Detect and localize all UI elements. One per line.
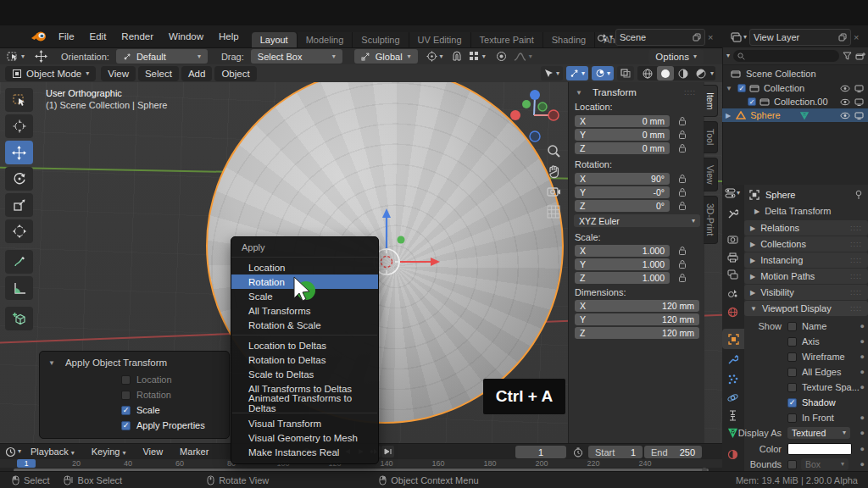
tool-scale[interactable]: [5, 193, 33, 217]
checkbox-show-wireframe[interactable]: [787, 352, 797, 362]
rotation-mode-dropdown[interactable]: XYZ Euler▾: [574, 214, 700, 227]
rotation-z-field[interactable]: Z0°: [575, 200, 670, 212]
view-layer-field[interactable]: View Layer: [749, 29, 851, 46]
checkbox-location[interactable]: [121, 375, 131, 385]
tool-annotate[interactable]: [5, 250, 33, 274]
scene-name-field[interactable]: Scene: [615, 29, 705, 46]
expand-icon[interactable]: ▶: [726, 112, 731, 119]
lock-icon[interactable]: [678, 187, 687, 197]
dimensions-x-field[interactable]: X120 mm: [575, 300, 699, 312]
outliner-search-input[interactable]: [733, 50, 839, 62]
timeline-menu-keying[interactable]: Keying ▾: [84, 444, 134, 459]
outliner-display-mode-dropdown[interactable]: ▾: [726, 53, 730, 59]
location-y-field[interactable]: Y0 mm: [575, 129, 670, 141]
xray-toggle[interactable]: [617, 66, 634, 80]
toggle-view-icon[interactable]: [547, 205, 560, 219]
timeline-menu-marker[interactable]: Marker: [172, 444, 216, 459]
menu-item-visual-geometry-to-mesh[interactable]: Visual Geometry to Mesh: [231, 430, 378, 445]
menu-help[interactable]: Help: [211, 29, 247, 44]
shading-dropdown[interactable]: ▾: [710, 70, 714, 77]
panel-collapse-icon[interactable]: ▼: [48, 359, 55, 367]
editor-type-dropdown[interactable]: ▾: [18, 448, 21, 455]
panel-viewport-display[interactable]: ▼Viewport Display::::: [744, 301, 868, 316]
checkbox-rotation[interactable]: [121, 391, 131, 400]
panel-delta-transform[interactable]: ▶Delta Transform: [754, 203, 868, 219]
shading-wireframe-button[interactable]: [639, 66, 656, 80]
bounds-dropdown[interactable]: Box▾: [801, 458, 849, 470]
menu-item-scale-to-deltas[interactable]: Scale to Deltas: [231, 367, 378, 381]
panel-visibility[interactable]: ▶Visibility::::: [744, 285, 868, 300]
start-frame-field[interactable]: Start 1: [588, 446, 643, 458]
tool-rotate[interactable]: [5, 167, 33, 191]
new-collection-icon[interactable]: [855, 52, 865, 61]
color-swatch[interactable]: [787, 443, 852, 455]
outliner-row-collection-00[interactable]: ✓ Collection.00: [722, 95, 868, 108]
dimensions-y-field[interactable]: Y120 mm: [575, 313, 699, 325]
tab-shading[interactable]: Shading: [543, 32, 595, 47]
shading-solid-button[interactable]: [657, 66, 674, 80]
transform-panel-collapse-icon[interactable]: ▼: [576, 89, 582, 97]
proportional-editing-icon[interactable]: [496, 51, 507, 62]
checkbox-apply-properties[interactable]: ✓: [121, 421, 131, 430]
menu-render[interactable]: Render: [114, 29, 161, 44]
timeline-menu-view[interactable]: View: [135, 444, 170, 459]
rotation-y-field[interactable]: Y-0°: [575, 186, 670, 198]
checkbox-show-shadow[interactable]: ✓: [787, 398, 797, 408]
playhead[interactable]: 1: [17, 459, 36, 468]
properties-tab-scene[interactable]: [727, 288, 738, 298]
lock-icon[interactable]: [678, 143, 687, 153]
checkbox-show-all-edges[interactable]: [787, 368, 797, 377]
selectability-dropdown[interactable]: ▾: [541, 66, 563, 80]
sidebar-tab-tool[interactable]: Tool: [704, 121, 718, 152]
eye-icon[interactable]: [840, 98, 850, 106]
end-frame-field[interactable]: End 250: [644, 446, 702, 458]
move-gizmo-icon[interactable]: [35, 50, 47, 63]
editor-type-button[interactable]: ▾: [725, 188, 740, 198]
blender-logo[interactable]: [31, 30, 47, 42]
lock-icon[interactable]: [678, 130, 687, 140]
tool-move[interactable]: [5, 141, 33, 164]
tab-uv-editing[interactable]: UV Editing: [409, 32, 471, 47]
checkbox-bounds[interactable]: [787, 460, 797, 469]
tool-transform[interactable]: [5, 219, 33, 243]
lock-icon[interactable]: [678, 116, 687, 126]
overlays-toggle[interactable]: ▾: [592, 66, 614, 80]
lock-icon[interactable]: [678, 273, 687, 283]
outliner-row-sphere[interactable]: ▶ Sphere: [722, 108, 868, 122]
sidebar-tab-item[interactable]: Item: [704, 85, 718, 117]
collection-checkbox[interactable]: ✓: [748, 97, 756, 106]
mode-dropdown[interactable]: Object Mode ▾: [5, 66, 96, 81]
checkbox-show-texture-space[interactable]: [787, 383, 797, 392]
snap-magnet-icon[interactable]: [452, 51, 462, 62]
scale-z-field[interactable]: Z1.000: [575, 272, 670, 284]
copy-icon[interactable]: [693, 33, 701, 42]
active-tool-selector[interactable]: ▾: [7, 51, 25, 62]
sidebar-tab-3d-print[interactable]: 3D-Print: [704, 196, 718, 244]
snap-mode-button[interactable]: ▾: [469, 51, 486, 62]
tool-cursor[interactable]: [5, 114, 33, 138]
menu-item-visual-transform[interactable]: Visual Transform: [231, 416, 378, 430]
lock-icon[interactable]: [678, 201, 687, 211]
sidebar-tab-view[interactable]: View: [704, 158, 718, 192]
viewport-visibility-icon[interactable]: [854, 98, 864, 106]
location-z-field[interactable]: Z0 mm: [575, 142, 670, 154]
panel-collections[interactable]: ▶Collections::::: [744, 236, 868, 252]
viewport-menu-select[interactable]: Select: [138, 66, 179, 81]
tab-layout[interactable]: Layout: [252, 32, 298, 47]
menu-item-make-instances-real[interactable]: Make Instances Real: [231, 445, 378, 459]
tool-measure[interactable]: [5, 276, 33, 300]
scale-x-field[interactable]: X1.000: [575, 245, 670, 257]
scene-unlink-icon[interactable]: ×: [708, 32, 713, 42]
outliner-row-collection[interactable]: ▼ ✓ Collection: [722, 81, 868, 95]
tab-modeling[interactable]: Modeling: [298, 32, 353, 47]
scene-icon[interactable]: ▾: [597, 32, 613, 42]
orientation-dropdown[interactable]: Default ▾: [116, 49, 208, 64]
display-as-dropdown[interactable]: Textured▾: [787, 427, 850, 439]
panel-relations[interactable]: ▶Relations::::: [744, 220, 868, 236]
lock-icon[interactable]: [678, 259, 687, 269]
checkbox-show-axis[interactable]: [787, 337, 797, 347]
timeline-editor-icon[interactable]: [5, 446, 16, 458]
menu-item-animated-transforms-to-deltas[interactable]: Animated Transforms to Deltas: [231, 396, 378, 410]
viewport-menu-add[interactable]: Add: [181, 66, 212, 81]
options-button[interactable]: Options ▾: [648, 49, 704, 64]
